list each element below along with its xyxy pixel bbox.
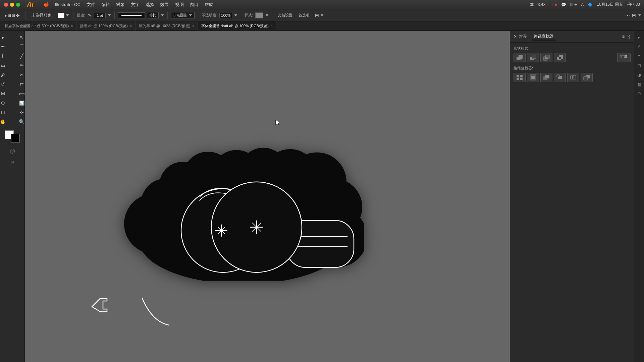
eraser-tool[interactable]: ✂ xyxy=(13,70,25,79)
pencil-tool[interactable]: ✏ xyxy=(13,61,25,70)
line-tool[interactable]: ╱ xyxy=(13,52,25,60)
selection-tool[interactable]: ▸ xyxy=(0,33,12,42)
align-tab[interactable]: 对齐 xyxy=(517,33,529,40)
menu-edit[interactable]: 编辑 xyxy=(101,2,110,8)
strip-brush-icon[interactable]: A xyxy=(636,43,643,50)
select-tool-icon[interactable]: ▸ xyxy=(5,13,7,18)
opacity-value[interactable]: 100% xyxy=(219,13,232,18)
stroke-dropdown-icon[interactable] xyxy=(65,13,70,18)
menu-select[interactable]: 选择 xyxy=(146,2,154,8)
hand-tool[interactable]: ✋ xyxy=(0,117,12,126)
tab-0[interactable]: 标志字体全能番.ai* @ 50% (RGB/预览) × xyxy=(1,21,76,31)
strip-bottom-icon[interactable]: ⋯ xyxy=(636,352,643,359)
strip-align-icon[interactable]: ≡ xyxy=(636,52,643,60)
menu-effect[interactable]: 效果 xyxy=(160,2,169,8)
zoom-tool[interactable]: 🔍 xyxy=(13,117,25,126)
rotate-tool[interactable]: ↺ xyxy=(0,80,12,88)
align-icons[interactable]: ⊞ xyxy=(315,13,324,18)
stroke-color-swatch[interactable] xyxy=(58,13,64,18)
maximize-button[interactable] xyxy=(16,3,20,7)
gradient-btn[interactable]: ⊘ xyxy=(22,147,25,156)
style-swatch[interactable] xyxy=(255,12,263,18)
menu-bar[interactable]: 🍎 Illustrator CC 文件 编辑 对象 文字 选择 效果 视图 窗口… xyxy=(44,2,213,8)
align-dropdown-icon[interactable] xyxy=(320,14,324,17)
menu-window[interactable]: 窗口 xyxy=(190,2,199,8)
strip-appearance-icon[interactable]: ◑ xyxy=(636,71,643,78)
fill-rect[interactable] xyxy=(0,147,3,156)
minus-front-button[interactable] xyxy=(527,53,539,62)
align-icon[interactable]: ⊞ xyxy=(315,13,319,18)
prefs-button[interactable]: 首选项 xyxy=(297,12,312,18)
merge-button[interactable] xyxy=(540,73,552,82)
menu-object[interactable]: 对象 xyxy=(116,2,125,8)
panel-close-icon[interactable]: ✕ xyxy=(514,34,517,39)
window-controls[interactable] xyxy=(4,3,20,7)
opacity-dropdown-icon[interactable] xyxy=(234,14,237,17)
panel-menu-icon[interactable]: ≡ xyxy=(622,34,625,39)
menu-app[interactable]: 🍎 xyxy=(44,2,49,7)
arrange-icon[interactable]: ⊟ xyxy=(12,13,15,18)
outline-button[interactable] xyxy=(567,73,579,82)
view-controls-right[interactable]: ⋯ ⊟ xyxy=(625,13,641,18)
strip-transform-icon[interactable]: ⊡ xyxy=(636,62,643,69)
tab-1[interactable]: 折纸.ai* @ 100% (RGB/预览) × xyxy=(76,21,135,31)
strip-color-icon[interactable]: ⊙ xyxy=(636,90,643,97)
grid-icon[interactable]: ⊞ xyxy=(8,13,11,18)
canvas-area[interactable] xyxy=(25,31,510,362)
brush-dropdown-icon[interactable] xyxy=(189,14,192,17)
extra-icon[interactable]: ✤ xyxy=(16,13,20,18)
graph-tool[interactable]: 📊 xyxy=(13,99,25,107)
curvature-tool[interactable]: ⌒ xyxy=(13,42,25,51)
minimize-button[interactable] xyxy=(10,3,14,7)
unite-button[interactable] xyxy=(514,53,526,62)
warp-tool[interactable]: ⋈ xyxy=(0,89,12,98)
tab-3-close[interactable]: × xyxy=(271,24,273,28)
width-tool[interactable]: ⟺ xyxy=(13,89,25,98)
tab-1-close[interactable]: × xyxy=(130,24,132,28)
wechat-icon[interactable]: 💬 xyxy=(561,2,566,7)
pathfinder-tab[interactable]: 路径查找器 xyxy=(532,33,556,40)
tab-0-close[interactable]: × xyxy=(71,24,73,28)
strip-arrow-icon[interactable]: ▸ xyxy=(636,34,643,41)
pen-tool[interactable]: ✒ xyxy=(0,42,12,51)
tab-2-close[interactable]: × xyxy=(192,24,194,28)
doc-setup-button[interactable]: 文档设置 xyxy=(276,12,294,18)
menu-help[interactable]: 帮助 xyxy=(205,2,213,8)
tool-buttons-group[interactable]: ▸ ⊞ ⊟ ✤ xyxy=(3,12,22,19)
stroke-circle[interactable] xyxy=(3,147,21,156)
style-dropdown-icon[interactable] xyxy=(265,14,269,17)
stroke-type-value[interactable]: 等比 xyxy=(147,12,159,18)
panel-tabs[interactable]: 对齐 路径查找器 xyxy=(517,33,556,40)
symbol-tool[interactable]: ⬡ xyxy=(0,99,12,107)
stroke-line-preview[interactable] xyxy=(118,12,145,18)
close-button[interactable] xyxy=(4,3,8,7)
panel-icon[interactable]: ⊟ xyxy=(632,13,636,18)
color-swatches[interactable] xyxy=(5,130,20,142)
mirror-tool[interactable]: ⇄ xyxy=(13,80,25,88)
direct-select-tool[interactable]: ↖ xyxy=(13,33,25,42)
stroke-weight-value[interactable]: 1 pt xyxy=(94,13,106,18)
strip-chart-icon[interactable]: ▦ xyxy=(636,80,643,88)
exclude-button[interactable] xyxy=(554,53,566,62)
record-btn[interactable]: ⏸ ● xyxy=(549,2,557,7)
rect-tool[interactable]: ▭ xyxy=(0,61,12,70)
grid-dots-icon[interactable]: ⋯ xyxy=(625,13,630,18)
artboards-btn[interactable]: ⊞ xyxy=(3,158,21,166)
type-tool[interactable]: T xyxy=(0,52,12,60)
divide-button[interactable] xyxy=(514,73,526,82)
crop-button[interactable] xyxy=(554,73,566,82)
expand-button[interactable]: 扩展 xyxy=(617,53,631,62)
stroke-weight-dropdown[interactable] xyxy=(108,14,111,17)
tab-3[interactable]: 字体全能番 draft.ai* @ 100% (RGB/预览) × xyxy=(198,21,276,31)
view-dropdown-icon[interactable] xyxy=(638,14,641,17)
stroke-type-dropdown[interactable] xyxy=(161,14,164,17)
slice-tool[interactable]: ⊹ xyxy=(13,108,25,117)
tab-2[interactable]: 钢的琴.ai* @ 100% (RGB/预览) × xyxy=(136,21,198,31)
paint-brush-tool[interactable]: 🖌 xyxy=(0,70,12,79)
brush-selector[interactable]: 3 点圆形 xyxy=(171,12,195,18)
panel-collapse-icon[interactable]: ⟩⟩ xyxy=(627,34,631,39)
artboard-tool[interactable]: ⊡ xyxy=(0,108,12,117)
background-swatch[interactable] xyxy=(11,134,20,142)
intersect-button[interactable] xyxy=(540,53,552,62)
trim-button[interactable] xyxy=(527,73,539,82)
